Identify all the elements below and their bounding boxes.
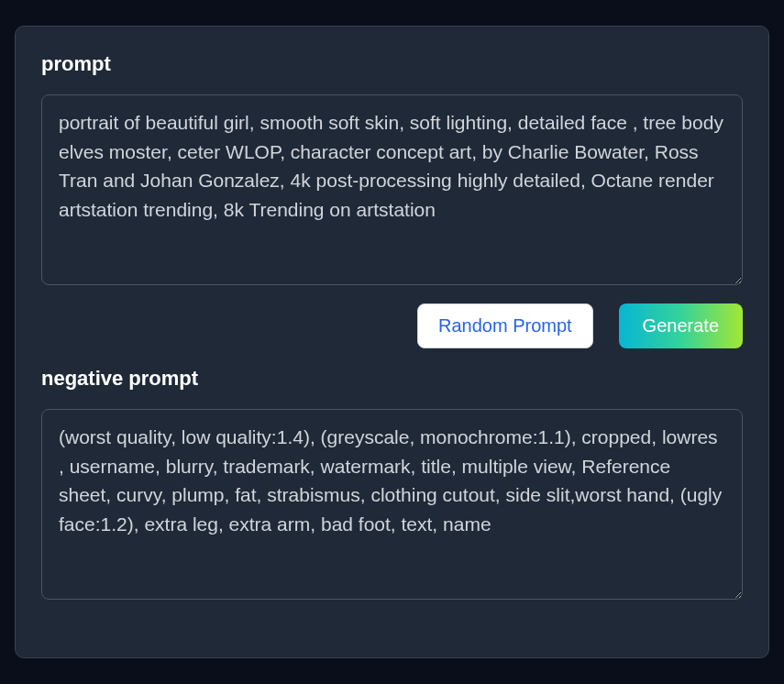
- negative-prompt-label: negative prompt: [41, 367, 743, 391]
- prompt-label: prompt: [41, 52, 743, 76]
- negative-prompt-textarea[interactable]: [41, 409, 743, 600]
- button-row: Random Prompt Generate: [41, 303, 743, 348]
- random-prompt-button[interactable]: Random Prompt: [417, 303, 593, 348]
- generate-button[interactable]: Generate: [619, 303, 743, 348]
- prompt-textarea[interactable]: [41, 94, 743, 285]
- prompt-panel: prompt Random Prompt Generate negative p…: [15, 26, 769, 658]
